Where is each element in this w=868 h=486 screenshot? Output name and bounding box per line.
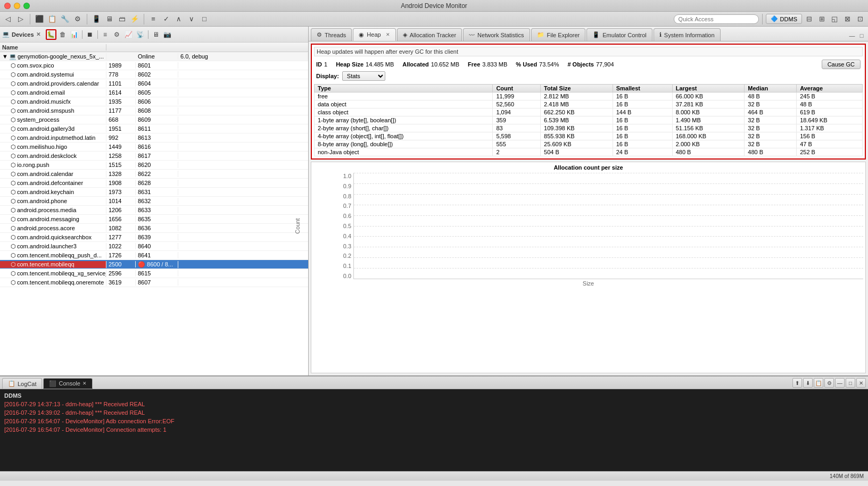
toolbar-btn-7[interactable]: 📱 [90, 13, 102, 25]
process-row[interactable]: ⬡ com.tencent.mobileqq2500🔴 8600 / 8... [0, 260, 308, 269]
toolbar-btn-13[interactable]: ∧ [173, 13, 185, 25]
maximize-button[interactable] [23, 3, 30, 9]
toolbar-btn-4[interactable]: 📋 [46, 13, 58, 25]
table-row[interactable]: 1-byte array (byte[], boolean[])3596.539… [315, 116, 863, 124]
toolbar-btn-9[interactable]: 🗃 [116, 13, 128, 25]
process-pid: 1022 [106, 243, 136, 249]
toolbar-btn-3[interactable]: ⬛ [34, 13, 45, 25]
toolbar-extra-1[interactable]: ⊟ [803, 13, 815, 25]
process-row[interactable]: ⬡ com.android.quicksearchbox12778639 [0, 233, 308, 242]
table-cell-total_size: 855.938 KB [541, 132, 613, 140]
devices-close-icon[interactable]: ✕ [36, 31, 40, 37]
tab-console[interactable]: ⬛ Console ✕ [43, 378, 92, 389]
table-cell-type: free [315, 93, 493, 100]
bottom-btn-5[interactable]: — [835, 378, 845, 388]
device-tree[interactable]: ▼ 💻 genymotion-google_nexus_5x_... Onlin… [0, 52, 308, 375]
console-close[interactable]: ✕ [82, 381, 87, 386]
process-row[interactable]: ⬡ com.meilishuo.higo14498616 [0, 143, 308, 152]
process-row[interactable]: ⬡ system_process6688609 [0, 115, 308, 124]
gc-button[interactable]: 🗑 [57, 29, 68, 40]
toolbar-btn-8[interactable]: 🖥 [103, 13, 115, 25]
process-row[interactable]: ⬡ com.android.deskclock12588617 [0, 152, 308, 161]
process-row[interactable]: ⬡ com.android.launcher310228640 [0, 242, 308, 251]
tab-max-btn[interactable]: □ [857, 31, 866, 40]
cause-gc-button[interactable]: Cause GC [822, 60, 861, 69]
toolbar-extra-2[interactable]: ⊞ [816, 13, 828, 25]
tab-network-statistics[interactable]: 〰 Network Statistics [463, 28, 530, 41]
table-row[interactable]: non-Java object2504 B24 B480 B480 B252 B [315, 148, 863, 156]
heap-button[interactable]: 📊 [69, 29, 80, 40]
process-row[interactable]: ⬡ com.android.gallery3d19518611 [0, 124, 308, 133]
toolbar-btn-15[interactable]: □ [199, 13, 210, 25]
tab-system-information[interactable]: ℹ System Information [654, 28, 721, 41]
method-button[interactable]: ⚙ [112, 29, 122, 40]
toolbar-extra-4[interactable]: ⊠ [841, 13, 853, 25]
thread-button[interactable]: ≡ [100, 29, 111, 40]
process-row[interactable]: ⬡ com.tencent.mobileqq_push_d...17268641 [0, 251, 308, 260]
tab-file-explorer[interactable]: 📁 File Explorer [531, 28, 586, 41]
sysinfo-button[interactable]: 🖥 [151, 29, 161, 40]
minimize-button[interactable] [14, 3, 20, 9]
toolbar-btn-11[interactable]: ≡ [147, 13, 159, 25]
process-row[interactable]: ⬡ com.android.defcontainer19088628 [0, 179, 308, 188]
table-row[interactable]: 2-byte array (short[], char[])83109.398 … [315, 124, 863, 132]
bottom-btn-1[interactable]: ⬆ [792, 378, 802, 388]
toolbar-extra-3[interactable]: ◱ [829, 13, 840, 25]
process-row[interactable]: ⬡ com.android.messaging16568635 [0, 215, 308, 224]
tab-emulator-control[interactable]: 📱 Emulator Control [586, 28, 652, 41]
search-input[interactable] [674, 14, 759, 24]
tab-min-btn[interactable]: — [848, 31, 856, 40]
process-row[interactable]: ⬡ com.tencent.mobileqq.oneremote36198607 [0, 278, 308, 287]
process-row[interactable]: ⬡ com.android.phone10148632 [0, 197, 308, 206]
process-row[interactable]: ⬡ com.android.providers.calendar11018604 [0, 79, 308, 88]
ddms-button[interactable]: 🔷 DDMS [766, 14, 802, 24]
process-row[interactable]: ⬡ com.android.calendar13288622 [0, 170, 308, 179]
process-row[interactable]: ⬡ com.tencent.mobileqq_xg_service_v22596… [0, 269, 308, 278]
bottom-btn-3[interactable]: 📋 [814, 378, 823, 388]
toolbar-btn-5[interactable]: 🔧 [59, 13, 71, 25]
process-pid: 1908 [106, 180, 136, 186]
tab-heap[interactable]: ◉ Heap ✕ [353, 28, 395, 41]
network-button[interactable]: 📡 [135, 29, 146, 40]
bottom-btn-2[interactable]: ⬇ [803, 378, 813, 388]
bottom-btn-7[interactable]: ✕ [856, 378, 866, 388]
table-row[interactable]: free11,9992.812 MB16 B66.000 KB48 B245 B [315, 93, 863, 100]
display-select[interactable]: Stats Bar Graph [342, 71, 385, 81]
process-row[interactable]: ⬡ com.android.smspush11778608 [0, 106, 308, 115]
toolbar-btn-12[interactable]: ✓ [160, 13, 172, 25]
process-row[interactable]: ⬡ android.process.acore10828636 [0, 224, 308, 233]
window-controls[interactable] [4, 3, 30, 9]
toolbar-extra-5[interactable]: ⊡ [854, 13, 866, 25]
device-row[interactable]: ▼ 💻 genymotion-google_nexus_5x_... Onlin… [0, 52, 308, 61]
table-row[interactable]: class object1,094662.250 KB144 B8.000 KB… [315, 108, 863, 116]
debug-button[interactable]: 🐛 [46, 29, 56, 40]
table-cell-type: 1-byte array (byte[], boolean[]) [315, 116, 493, 124]
table-row[interactable]: data object52,5602.418 MB16 B37.281 KB32… [315, 100, 863, 108]
process-row[interactable]: ⬡ com.svox.pico19898601 [0, 61, 308, 70]
table-row[interactable]: 4-byte array (object[], int[], float[])5… [315, 132, 863, 140]
tab-allocation-tracker[interactable]: ◈ Allocation Tracker [397, 28, 462, 41]
toolbar-btn-6[interactable]: ⚙ [72, 13, 84, 25]
tab-logcat[interactable]: 📋 LogCat [2, 378, 42, 389]
alloc-button[interactable]: 📈 [123, 29, 134, 40]
table-row[interactable]: 8-byte array (long[], double[])55525.609… [315, 140, 863, 148]
heap-tab-close[interactable]: ✕ [386, 32, 390, 37]
process-row[interactable]: ⬡ android.process.media12068633 [0, 206, 308, 215]
toolbar-btn-10[interactable]: ⚡ [129, 13, 140, 25]
screenshot-button[interactable]: 📷 [162, 29, 173, 40]
tab-threads[interactable]: ⚙ Threads [311, 28, 352, 41]
toolbar-btn-14[interactable]: ∨ [186, 13, 197, 25]
process-row[interactable]: ⬡ com.android.inputmethod.latin9928613 [0, 133, 308, 143]
close-button[interactable] [4, 3, 11, 9]
bottom-btn-6[interactable]: □ [846, 378, 855, 388]
bottom-btn-4[interactable]: ⚙ [824, 378, 834, 388]
toolbar-btn-1[interactable]: ◁ [2, 13, 14, 25]
process-row[interactable]: ⬡ com.android.keychain19738631 [0, 188, 308, 197]
process-row[interactable]: ⬡ com.android.systemui7788602 [0, 70, 308, 79]
process-row[interactable]: ⬡ io.rong.push15158620 [0, 161, 308, 170]
process-row[interactable]: ⬡ com.android.email16148605 [0, 88, 308, 97]
process-row[interactable]: ⬡ com.android.musicfx19358606 [0, 97, 308, 106]
stop-button[interactable]: ⏹ [85, 29, 95, 40]
process-name-text: android.process.acore [17, 225, 75, 231]
toolbar-btn-2[interactable]: ▷ [15, 13, 27, 25]
